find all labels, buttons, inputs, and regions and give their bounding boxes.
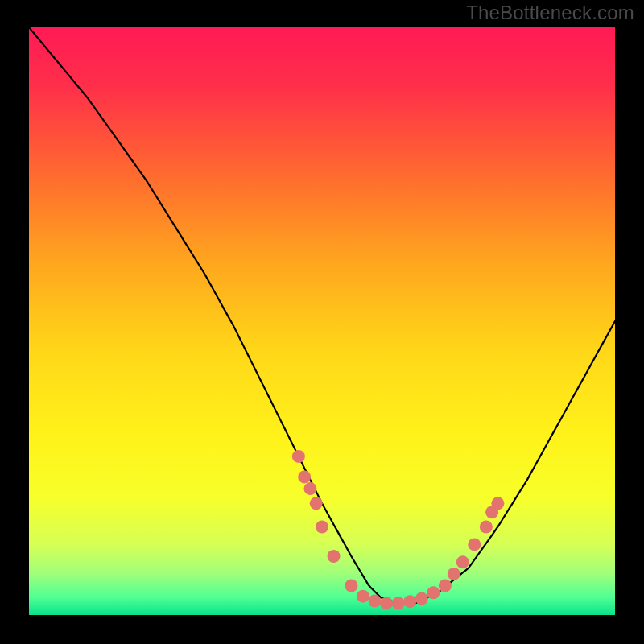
highlight-point [468, 538, 481, 551]
highlight-point [427, 586, 440, 599]
highlight-point [491, 497, 504, 510]
highlight-point [392, 597, 405, 609]
plot-area [29, 27, 615, 615]
highlight-point [380, 597, 393, 609]
highlight-point [298, 470, 311, 483]
highlight-point [439, 579, 452, 592]
highlight-point [328, 550, 341, 563]
highlight-point [415, 592, 428, 605]
highlight-point [369, 594, 382, 607]
highlight-point [448, 568, 460, 580]
highlight-point [403, 595, 416, 608]
highlight-point [345, 579, 357, 592]
highlight-point [357, 590, 369, 603]
chart-frame: TheBottleneck.com [0, 0, 644, 644]
plot-svg [29, 27, 615, 615]
highlight-point [303, 482, 316, 495]
highlight-point [480, 520, 493, 533]
highlight-point [456, 555, 469, 568]
highlight-point [316, 520, 328, 533]
highlight-point [310, 497, 323, 510]
highlight-point [292, 450, 305, 463]
watermark-text: TheBottleneck.com [466, 2, 634, 24]
